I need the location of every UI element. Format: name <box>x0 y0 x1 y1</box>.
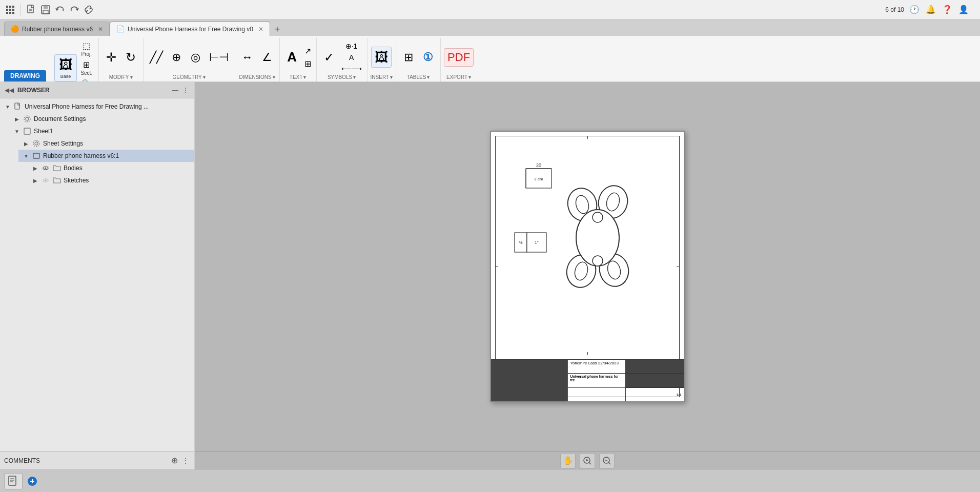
rotate-button[interactable]: ↻ <box>121 48 140 67</box>
tab-add-button[interactable]: ＋ <box>270 22 284 36</box>
svg-line-49 <box>589 462 591 464</box>
tree-arrow-doc-settings[interactable]: ▶ <box>13 115 21 122</box>
undo-icon[interactable] <box>54 4 66 16</box>
bottom-tab-sheet[interactable] <box>4 473 23 489</box>
tree-item-bodies[interactable]: ▶ Bodies <box>28 162 194 174</box>
balloon-button[interactable]: ⊞ <box>302 58 313 70</box>
browser-actions: — ⋮ <box>171 86 190 95</box>
pdf-button[interactable]: PDF <box>444 48 474 67</box>
table-button[interactable]: ⊞ <box>399 49 418 66</box>
weld-button[interactable]: ⟵⟶ <box>339 64 364 74</box>
page-number: 1/1 <box>676 393 682 397</box>
bom-icon: ① <box>423 51 433 64</box>
tree-label-bodies: Bodies <box>64 165 83 172</box>
browser-minimize-button[interactable]: — <box>171 86 180 95</box>
text-button[interactable]: A <box>283 47 301 67</box>
tree-item-root[interactable]: ▼ Universal Phone Harness for Free Drawi… <box>0 100 194 113</box>
bom-button[interactable]: ① <box>419 49 437 66</box>
text-icon: A <box>287 49 297 65</box>
canvas-content[interactable]: 20 2 cm % 1" <box>195 82 980 451</box>
help-icon[interactable]: ❓ <box>941 4 953 16</box>
ribbon-group-text: A ↗ ⊞ TEXT ▾ <box>280 38 317 81</box>
feature-control-icon: A <box>349 53 354 61</box>
linear-dim-button[interactable]: ↔ <box>238 49 257 66</box>
comments-add-button[interactable]: ⊕ <box>170 456 179 465</box>
zoom-in-button[interactable] <box>580 453 595 468</box>
tab-rubber-phone[interactable]: 🟠 Rubber phone harness v6 ✕ <box>4 22 110 36</box>
align-button[interactable]: ⊢⊣ <box>206 49 232 66</box>
export-group-label[interactable]: EXPORT ▾ <box>446 74 471 81</box>
ribbon-group-symbols: ✓ ⊕·1 A ⟵⟶ SYMBOLS ▾ <box>317 38 368 81</box>
title-block-right: 1/1 <box>626 360 684 401</box>
clock-icon[interactable]: 🕐 <box>908 4 921 16</box>
centermark-button[interactable]: ⊕ <box>167 49 186 66</box>
svg-line-52 <box>608 462 610 464</box>
centerline-button[interactable]: ◎ <box>187 49 205 66</box>
redo-icon[interactable] <box>68 4 80 16</box>
geometry-group-label[interactable]: GEOMETRY ▾ <box>173 74 206 81</box>
drawing-svg: 20 2 cm % 1" <box>505 158 669 333</box>
user-icon[interactable]: 👤 <box>957 4 970 16</box>
insert-group-label[interactable]: INSERT ▾ <box>371 74 393 81</box>
hatch-button[interactable]: ╱╱ <box>147 49 166 66</box>
svg-rect-18 <box>24 128 30 134</box>
modify-group-label[interactable]: MODIFY ▾ <box>109 74 133 81</box>
datum-button[interactable]: ⊕·1 <box>339 41 364 51</box>
section-view-button[interactable]: ⊞ Sect. <box>78 59 95 77</box>
svg-rect-4 <box>9 9 11 11</box>
tree-item-doc-settings[interactable]: ▶ Document Settings <box>9 113 194 125</box>
tree-icon-gear1 <box>23 114 32 124</box>
tables-group-label[interactable]: TABLES ▾ <box>407 74 430 81</box>
base-view-button[interactable]: 🖼 Base <box>54 54 77 81</box>
tree-item-sheet-settings[interactable]: ▶ Sheet Settings <box>18 137 194 150</box>
grid-icon[interactable] <box>4 4 16 16</box>
tree-item-sheet1[interactable]: ▼ Sheet1 <box>9 125 194 137</box>
tree-arrow-root[interactable]: ▼ <box>4 103 11 110</box>
tree-arrow-bodies[interactable]: ▶ <box>32 165 39 172</box>
tree-arrow-sheet-settings[interactable]: ▶ <box>23 140 30 147</box>
save-icon[interactable] <box>39 4 52 16</box>
text-group-label[interactable]: TEXT ▾ <box>290 74 307 81</box>
move-button[interactable]: ✛ <box>102 48 120 67</box>
tree-arrow-rubber-harness[interactable]: ▼ <box>23 152 30 159</box>
projected-view-button[interactable]: ⬚ Proj. <box>78 40 95 58</box>
base-view-icon: 🖼 <box>59 57 72 73</box>
tree-item-sketches[interactable]: ▶ Sketches <box>28 174 194 187</box>
tree-icon-folder1 <box>52 163 62 173</box>
canvas-area[interactable]: 20 2 cm % 1" <box>195 82 980 469</box>
tree-arrow-sketches[interactable]: ▶ <box>32 177 39 184</box>
svg-rect-21 <box>33 153 39 158</box>
symbols-group-label[interactable]: SYMBOLS ▾ <box>328 74 356 81</box>
zoom-out-button[interactable] <box>599 453 615 468</box>
image-button[interactable]: 🖼 <box>371 47 392 68</box>
dimensions-group-label[interactable]: DIMENSIONS ▾ <box>239 74 275 81</box>
bottom-tab-add-button[interactable] <box>25 474 40 488</box>
bottom-toolbar: ✋ <box>195 451 980 469</box>
browser-menu-button[interactable]: ⋮ <box>181 86 190 95</box>
angular-dim-button[interactable]: ∠ <box>258 49 276 66</box>
tables-dropdown-icon: ▾ <box>427 74 430 80</box>
pan-button[interactable]: ✋ <box>560 453 576 468</box>
title-block-title: Universal phone harness for fre <box>568 374 625 387</box>
section-label: Sect. <box>80 70 92 76</box>
feature-control-button[interactable]: A <box>339 52 364 63</box>
comments-menu-button[interactable]: ⋮ <box>181 456 190 465</box>
checkmark-button[interactable]: ✓ <box>320 48 338 67</box>
tree-arrow-sheet1[interactable]: ▼ <box>13 128 21 135</box>
tab1-icon: 🟠 <box>11 25 19 33</box>
tab1-close[interactable]: ✕ <box>98 26 103 33</box>
svg-point-17 <box>24 116 30 122</box>
tab-universal-phone[interactable]: 📄 Universal Phone Harness for Free Drawi… <box>110 22 270 36</box>
tree-item-rubber-harness[interactable]: ▼ Rubber phone harness v6:1 <box>18 150 194 162</box>
new-file-icon[interactable] <box>25 4 37 16</box>
tree: ▼ Universal Phone Harness for Free Drawi… <box>0 98 194 451</box>
leader-button[interactable]: ↗ <box>302 45 313 57</box>
browser-back-button[interactable]: ◀◀ <box>4 85 14 95</box>
tab2-close[interactable]: ✕ <box>258 26 263 33</box>
divider <box>21 4 21 16</box>
move-icon: ✛ <box>106 50 116 65</box>
bell-icon[interactable]: 🔔 <box>925 4 937 16</box>
link-icon[interactable] <box>83 4 95 16</box>
svg-point-25 <box>45 180 47 181</box>
tree-label-doc-settings: Document Settings <box>34 115 86 122</box>
